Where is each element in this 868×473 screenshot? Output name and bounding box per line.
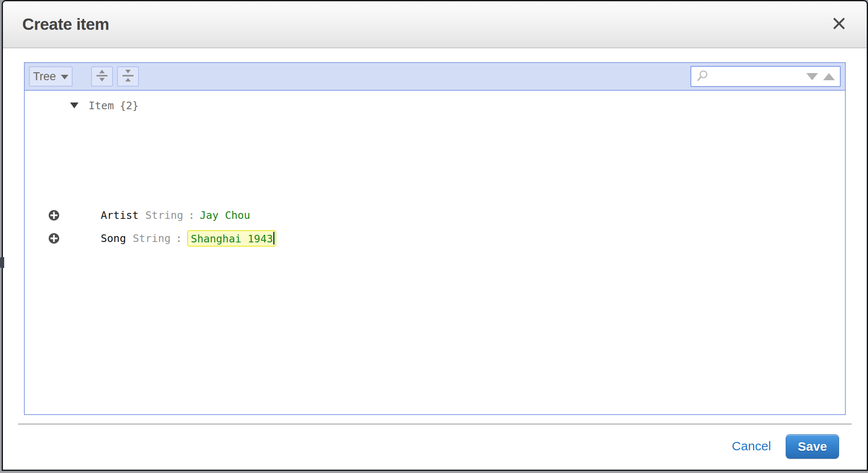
create-item-dialog: Create item Tree xyxy=(2,0,868,471)
close-icon xyxy=(832,16,846,32)
attribute-value-text: Shanghai 1943 xyxy=(191,233,273,245)
expand-all-icon xyxy=(96,69,108,84)
tree-root-row: Item {2} xyxy=(25,96,139,115)
search-input[interactable] xyxy=(713,71,802,82)
tree-row-artist: Artist String : Jay Chou xyxy=(25,206,250,224)
attribute-name[interactable]: Artist xyxy=(101,209,139,221)
attribute-separator: : xyxy=(176,232,182,244)
dialog-title: Create item xyxy=(22,15,109,34)
save-button[interactable]: Save xyxy=(786,434,839,459)
collapse-all-button[interactable] xyxy=(117,66,139,87)
text-cursor xyxy=(273,232,275,244)
add-attribute-icon[interactable] xyxy=(48,210,60,221)
attribute-name[interactable]: Song xyxy=(101,232,126,244)
editor-toolbar: Tree xyxy=(25,63,845,91)
root-attribute-count: {2} xyxy=(120,100,139,112)
cancel-button[interactable]: Cancel xyxy=(732,439,771,453)
chevron-down-icon xyxy=(61,75,68,79)
attribute-type[interactable]: String xyxy=(133,232,170,244)
json-tree: Item {2} Artist String : Jay Chou xyxy=(25,91,845,414)
background-tab-handle xyxy=(0,257,4,268)
attribute-separator: : xyxy=(188,209,195,221)
page-backdrop: Create item Tree xyxy=(0,0,868,473)
expand-all-button[interactable] xyxy=(91,66,113,87)
add-attribute-icon[interactable] xyxy=(48,233,60,244)
close-button[interactable] xyxy=(831,16,847,33)
item-editor-panel: Tree xyxy=(24,62,846,415)
attribute-value-editing[interactable]: Shanghai 1943 xyxy=(187,230,277,247)
collapse-caret-icon[interactable] xyxy=(70,102,78,108)
tree-search-box xyxy=(690,66,841,87)
tree-row-song: Song String : Shanghai 1943 xyxy=(25,229,276,247)
view-mode-label: Tree xyxy=(33,70,56,83)
search-icon xyxy=(696,69,709,84)
collapse-all-icon xyxy=(122,69,134,84)
footer-divider xyxy=(18,423,852,425)
attribute-type[interactable]: String xyxy=(145,209,183,221)
view-mode-dropdown[interactable]: Tree xyxy=(29,66,73,87)
search-next-icon[interactable] xyxy=(806,73,818,80)
dialog-header: Create item xyxy=(3,1,867,48)
attribute-value[interactable]: Jay Chou xyxy=(200,209,250,221)
root-label: Item xyxy=(89,100,114,112)
search-prev-icon[interactable] xyxy=(823,73,835,80)
